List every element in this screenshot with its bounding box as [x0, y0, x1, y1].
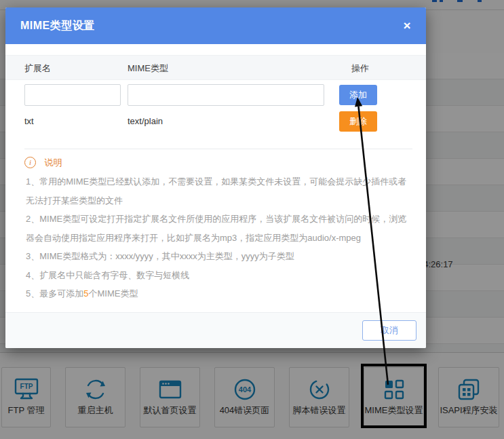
column-header-action: 操作 — [351, 62, 369, 75]
mime-table-row: txt text/plain 删除 — [5, 111, 426, 134]
mime-table-header: 扩展名 MIME类型 操作 — [5, 55, 426, 80]
note-item: 1、常用的MIME类型已经默认添加，不需要设置，如果某类文件未设置，可能会提示缺… — [26, 172, 407, 210]
mime-settings-dialog: MIME类型设置 × 扩展名 MIME类型 操作 添加 txt text/pla… — [5, 7, 426, 348]
note-item: 5、最多可添加5个MIME类型 — [26, 284, 407, 303]
dialog-title: MIME类型设置 — [20, 19, 95, 33]
cancel-button[interactable]: 取消 — [362, 320, 416, 341]
column-header-mime-type: MIME类型 — [128, 62, 168, 75]
add-button[interactable]: 添加 — [339, 85, 377, 105]
note-item: 3、MIME类型格式为：xxxx/yyyy，其中xxxx为主类型，yyyy为子类… — [26, 247, 407, 266]
close-icon[interactable]: × — [397, 16, 417, 36]
note-title: 说明 — [44, 157, 62, 169]
row-extension-value: txt — [24, 116, 34, 126]
dialog-footer: 取消 — [5, 312, 426, 348]
note-list: 1、常用的MIME类型已经默认添加，不需要设置，如果某类文件未设置，可能会提示缺… — [26, 172, 407, 303]
note-header: i 说明 — [24, 156, 62, 170]
info-icon: i — [24, 157, 36, 168]
note-item: 2、MIME类型可设定打开指定扩展名文件所使用的应用程序，当该扩展名文件被访问的… — [26, 210, 407, 247]
section-divider — [24, 149, 412, 149]
note-item: 4、扩展名中只能含有字母、数字与短横线 — [26, 266, 407, 285]
dialog-header: MIME类型设置 × — [5, 7, 426, 44]
delete-button[interactable]: 删除 — [339, 111, 377, 132]
mime-add-row: 添加 — [5, 84, 426, 109]
row-mime-value: text/plain — [128, 116, 163, 126]
extension-input[interactable] — [24, 84, 121, 106]
column-header-extension: 扩展名 — [24, 62, 51, 75]
mime-type-input[interactable] — [128, 84, 324, 106]
